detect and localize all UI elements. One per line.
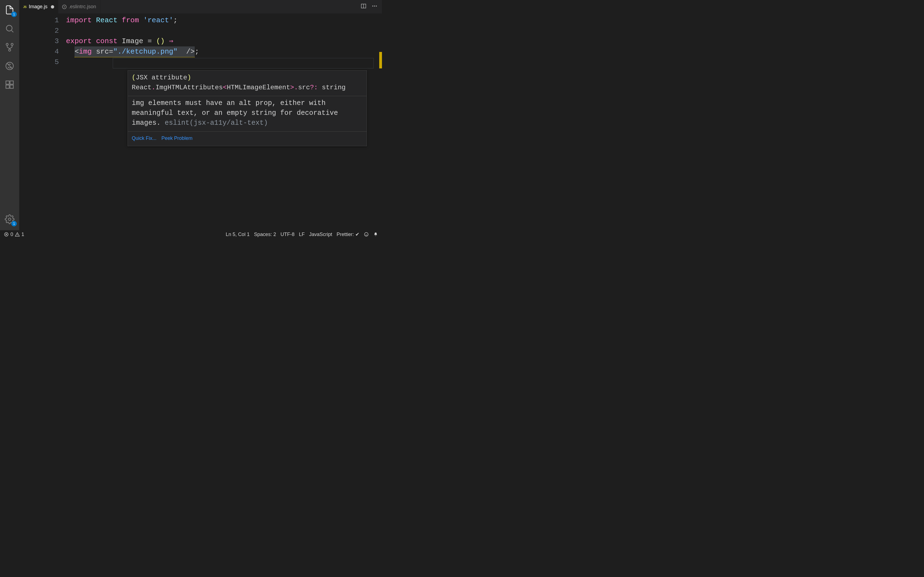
code-line-5 [66,57,382,68]
warning-count: 1 [21,232,24,237]
editor-actions [356,0,382,13]
svg-point-12 [374,5,375,6]
svg-point-9 [8,218,11,221]
status-problems[interactable]: 0 1 [4,232,24,237]
error-count: 0 [10,232,13,237]
split-editor-icon[interactable] [360,3,367,10]
status-cursor-position[interactable]: Ln 5, Col 1 [226,232,250,237]
code-area[interactable]: import React from 'react'; export const … [66,13,382,230]
explorer-badge: 1 [11,11,17,17]
svg-point-3 [8,49,11,52]
svg-rect-6 [6,85,9,89]
svg-rect-5 [6,81,9,84]
search-icon[interactable] [3,22,16,35]
settings-badge: 1 [11,221,17,226]
hover-actions: Quick Fix... Peek Problem [128,131,367,146]
hover-message: img elements must have an alt prop, eith… [128,96,367,131]
quick-fix-link[interactable]: Quick Fix... [132,133,157,143]
svg-rect-8 [10,81,13,84]
json-file-icon [62,5,66,9]
explorer-icon[interactable]: 1 [3,3,16,16]
debug-disabled-icon[interactable] [3,60,16,73]
tab-title: Image.js [29,4,47,10]
status-prettier[interactable]: Prettier: ✔ [337,231,359,237]
source-control-icon[interactable] [3,41,16,54]
editor[interactable]: 1 2 3 4 5 import React from 'react'; exp… [19,13,382,230]
svg-point-15 [364,232,368,236]
editor-group: JS Image.js .eslintrc.json 1 2 [19,0,382,230]
status-language-mode[interactable]: JavaScript [309,232,332,237]
svg-point-1 [6,44,8,46]
code-line-1: import React from 'react'; [66,15,382,26]
extensions-icon[interactable] [3,78,16,91]
tab-image-js[interactable]: JS Image.js [19,0,58,13]
tabs: JS Image.js .eslintrc.json [19,0,382,13]
svg-point-0 [6,25,12,31]
code-line-2 [66,26,382,36]
svg-point-2 [11,44,13,46]
status-bar: 0 1 Ln 5, Col 1 Spaces: 2 UTF-8 LF JavaS… [0,230,382,239]
status-bell-icon[interactable] [373,232,378,237]
hover-widget: (JSX attribute) React.ImgHTMLAttributes<… [128,70,367,146]
line-number: 1 [19,15,59,26]
warning-icon [15,232,20,237]
line-number: 2 [19,26,59,36]
hover-signature: (JSX attribute) React.ImgHTMLAttributes<… [128,71,367,96]
code-line-4: <img src="./ketchup.png" />; [66,47,382,57]
error-icon [4,232,9,237]
status-indentation[interactable]: Spaces: 2 [254,232,276,237]
tab-eslintrc-json[interactable]: .eslintrc.json [58,0,100,13]
status-encoding[interactable]: UTF-8 [281,232,294,237]
minimap-warning-marker[interactable] [379,52,382,68]
line-gutter: 1 2 3 4 5 [19,13,66,230]
settings-gear-icon[interactable]: 1 [3,213,16,226]
peek-problem-link[interactable]: Peek Problem [162,133,192,143]
activity-bar: 1 [0,0,19,230]
tab-title: .eslintrc.json [69,4,96,10]
line-number: 3 [19,36,59,47]
svg-point-11 [372,5,373,6]
svg-rect-7 [10,85,13,89]
code-line-3: export const Image = () ⇒ [66,36,382,47]
more-actions-icon[interactable] [372,3,378,10]
svg-point-13 [376,5,377,6]
line-number: 5 [19,57,59,67]
js-file-icon: JS [23,5,26,8]
status-eol[interactable]: LF [299,232,305,237]
status-feedback-icon[interactable] [364,232,369,237]
dirty-indicator-icon [51,5,54,8]
line-number: 4 [19,47,59,57]
